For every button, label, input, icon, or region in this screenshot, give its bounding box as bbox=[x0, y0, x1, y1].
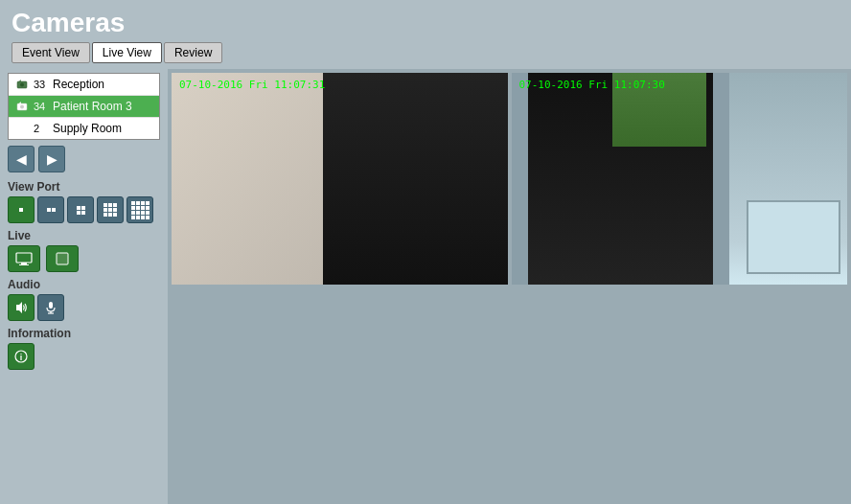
feed-timestamp-1: 07-10-2016 Fri 11:07:31 bbox=[179, 79, 325, 91]
feed-cell-empty-2 bbox=[512, 288, 848, 500]
camera-item-reception[interactable]: 33 Reception bbox=[9, 74, 159, 96]
information-buttons: i bbox=[8, 343, 160, 370]
feed-row-top: 07-10-2016 Fri 11:07:31 07-10-2016 Fri 1… bbox=[172, 73, 847, 285]
camera-num-2: 2 bbox=[34, 123, 49, 134]
svg-marker-10 bbox=[16, 302, 22, 313]
camera-name-patient: Patient Room 3 bbox=[53, 100, 132, 113]
vp-2x2-button[interactable] bbox=[67, 196, 94, 223]
audio-label: Audio bbox=[8, 278, 160, 291]
svg-point-1 bbox=[20, 83, 24, 87]
svg-rect-8 bbox=[19, 264, 29, 265]
camera-icon-2 bbox=[14, 121, 30, 136]
camera-name-reception: Reception bbox=[53, 78, 104, 91]
live-buttons bbox=[8, 245, 160, 272]
sidebar: 33 Reception 34 Patient Room 3 2 Supply … bbox=[0, 69, 168, 504]
feed-area: 07-10-2016 Fri 11:07:31 07-10-2016 Fri 1… bbox=[168, 69, 851, 504]
live-label: Live bbox=[8, 229, 160, 242]
svg-rect-9 bbox=[57, 253, 68, 264]
svg-point-4 bbox=[20, 105, 24, 109]
camera-icon-34 bbox=[14, 99, 30, 114]
live-monitor-button[interactable] bbox=[8, 245, 40, 272]
svg-marker-5 bbox=[19, 102, 21, 103]
vp-4x4-button[interactable] bbox=[126, 196, 153, 223]
svg-rect-11 bbox=[49, 302, 53, 309]
main-layout: 33 Reception 34 Patient Room 3 2 Supply … bbox=[0, 69, 851, 504]
svg-text:i: i bbox=[20, 353, 23, 362]
camera-item-supply-room[interactable]: 2 Supply Room bbox=[9, 118, 159, 139]
camera-name-supply: Supply Room bbox=[53, 122, 122, 135]
nav-arrows: ◀ ▶ bbox=[8, 146, 160, 172]
audio-speaker-button[interactable] bbox=[8, 294, 34, 321]
feed-cell-reception: 07-10-2016 Fri 11:07:31 bbox=[172, 73, 508, 285]
camera-item-patient-room[interactable]: 34 Patient Room 3 bbox=[9, 96, 159, 118]
tab-live-view[interactable]: Live View bbox=[92, 42, 162, 63]
cam-visual-patient bbox=[512, 73, 848, 285]
live-square-button[interactable] bbox=[46, 245, 79, 272]
vp-3x3-button[interactable] bbox=[97, 196, 124, 223]
tab-bar: Event View Live View Review bbox=[0, 42, 851, 69]
vp-1x2-button[interactable] bbox=[37, 196, 64, 223]
tab-event-view[interactable]: Event View bbox=[12, 42, 90, 63]
nav-next-button[interactable]: ▶ bbox=[38, 146, 65, 172]
information-label: Information bbox=[8, 327, 160, 340]
camera-num-34: 34 bbox=[34, 101, 49, 112]
vp-1x1-button[interactable] bbox=[8, 196, 34, 223]
cam-visual-reception bbox=[172, 73, 508, 285]
info-button[interactable]: i bbox=[8, 343, 34, 370]
camera-num-33: 33 bbox=[34, 79, 49, 90]
camera-list: 33 Reception 34 Patient Room 3 2 Supply … bbox=[8, 73, 160, 140]
feed-timestamp-2: 07-10-2016 Fri 11:07:30 bbox=[519, 79, 665, 91]
audio-mic-button[interactable] bbox=[37, 294, 64, 321]
view-port-label: View Port bbox=[8, 180, 160, 194]
svg-marker-2 bbox=[19, 80, 21, 81]
page-title: Cameras bbox=[0, 0, 851, 42]
audio-buttons bbox=[8, 294, 160, 321]
feed-cell-patient-room: 07-10-2016 Fri 11:07:30 bbox=[512, 73, 848, 285]
camera-icon-33 bbox=[14, 77, 30, 92]
view-port-buttons bbox=[8, 196, 160, 223]
tab-review[interactable]: Review bbox=[164, 42, 222, 63]
feed-cell-empty-1 bbox=[172, 288, 508, 500]
feed-row-bottom bbox=[172, 288, 847, 500]
svg-rect-7 bbox=[21, 263, 27, 264]
svg-rect-6 bbox=[16, 253, 32, 263]
nav-prev-button[interactable]: ◀ bbox=[8, 146, 34, 172]
